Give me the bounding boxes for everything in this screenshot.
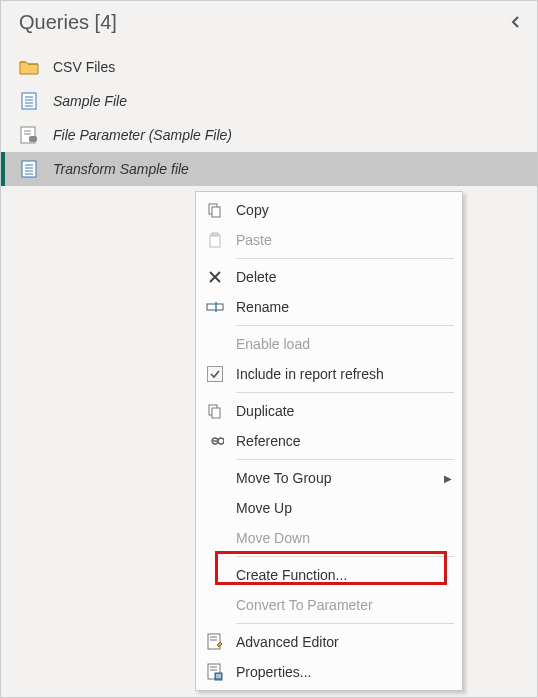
paste-icon <box>204 229 226 251</box>
chevron-right-icon: ▶ <box>444 473 452 484</box>
document-icon <box>19 159 39 179</box>
document-icon <box>19 91 39 111</box>
advanced-editor-icon <box>204 631 226 653</box>
context-menu: Copy Paste Delete Rename <box>195 191 463 691</box>
menu-move-down: Move Down <box>196 523 462 553</box>
query-item-csv-files[interactable]: CSV Files <box>1 50 537 84</box>
query-list: CSV Files Sample File File Parameter (Sa… <box>1 50 537 186</box>
menu-label: Paste <box>236 232 272 248</box>
menu-advanced-editor[interactable]: Advanced Editor <box>196 627 462 657</box>
menu-enable-load: Enable load <box>196 329 462 359</box>
svg-rect-16 <box>210 235 220 247</box>
menu-label: Move Up <box>236 500 292 516</box>
menu-paste: Paste <box>196 225 462 255</box>
menu-label: Convert To Parameter <box>236 597 373 613</box>
menu-move-to-group[interactable]: Move To Group ▶ <box>196 463 462 493</box>
blank-icon <box>204 527 226 549</box>
menu-label: Rename <box>236 299 289 315</box>
menu-reference[interactable]: Reference <box>196 426 462 456</box>
svg-rect-9 <box>22 161 36 177</box>
menu-include-refresh[interactable]: Include in report refresh <box>196 359 462 389</box>
menu-label: Properties... <box>236 664 311 680</box>
menu-rename[interactable]: Rename <box>196 292 462 322</box>
query-label: Transform Sample file <box>53 161 189 177</box>
blank-icon <box>204 467 226 489</box>
menu-label: Move Down <box>236 530 310 546</box>
query-item-file-parameter[interactable]: File Parameter (Sample File) <box>1 118 537 152</box>
svg-rect-20 <box>207 304 223 310</box>
query-label: Sample File <box>53 93 127 109</box>
query-item-sample-file[interactable]: Sample File <box>1 84 537 118</box>
menu-label: Enable load <box>236 336 310 352</box>
menu-label: Advanced Editor <box>236 634 339 650</box>
query-item-transform-sample[interactable]: Transform Sample file <box>1 152 537 186</box>
menu-move-up[interactable]: Move Up <box>196 493 462 523</box>
menu-label: Create Function... <box>236 567 347 583</box>
menu-create-function[interactable]: Create Function... <box>196 560 462 590</box>
panel-title: Queries [4] <box>19 11 117 34</box>
reference-icon <box>204 430 226 452</box>
query-label: File Parameter (Sample File) <box>53 127 232 143</box>
menu-label: Duplicate <box>236 403 294 419</box>
copy-icon <box>204 199 226 221</box>
menu-copy[interactable]: Copy <box>196 195 462 225</box>
menu-duplicate[interactable]: Duplicate <box>196 396 462 426</box>
checkbox-checked-icon <box>204 363 226 385</box>
rename-icon <box>204 296 226 318</box>
blank-icon <box>204 333 226 355</box>
svg-rect-15 <box>212 207 220 217</box>
query-label: CSV Files <box>53 59 115 75</box>
duplicate-icon <box>204 400 226 422</box>
menu-delete[interactable]: Delete <box>196 262 462 292</box>
menu-convert-to-parameter: Convert To Parameter <box>196 590 462 620</box>
parameter-icon <box>19 125 39 145</box>
svg-rect-23 <box>212 408 220 418</box>
menu-label: Delete <box>236 269 276 285</box>
properties-icon <box>204 661 226 683</box>
svg-rect-0 <box>22 93 36 109</box>
menu-label: Move To Group <box>236 470 331 486</box>
blank-icon <box>204 594 226 616</box>
svg-rect-17 <box>212 233 218 236</box>
delete-icon <box>204 266 226 288</box>
folder-icon <box>19 57 39 77</box>
blank-icon <box>204 564 226 586</box>
blank-icon <box>204 497 226 519</box>
menu-label: Copy <box>236 202 269 218</box>
collapse-icon[interactable] <box>509 11 523 34</box>
svg-rect-8 <box>29 136 37 142</box>
menu-label: Include in report refresh <box>236 366 384 382</box>
menu-label: Reference <box>236 433 301 449</box>
menu-properties[interactable]: Properties... <box>196 657 462 687</box>
